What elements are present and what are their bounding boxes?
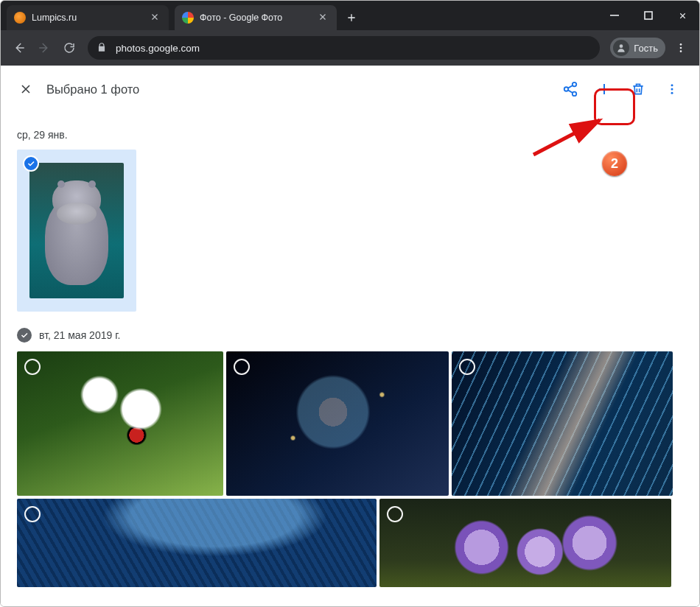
overflow-menu-button[interactable] xyxy=(655,72,689,106)
photo-thumbnail[interactable] xyxy=(17,351,223,496)
tab-title: Lumpics.ru xyxy=(32,13,144,23)
svg-point-11 xyxy=(671,92,673,94)
photo-thumbnail-selected[interactable] xyxy=(17,150,136,312)
select-day-check-icon[interactable] xyxy=(17,328,32,343)
nav-forward-button[interactable] xyxy=(32,35,57,60)
photo-thumbnail[interactable] xyxy=(379,499,671,587)
tab-google-photos[interactable]: Фото - Google Фото xyxy=(175,5,337,30)
svg-point-3 xyxy=(680,43,682,46)
svg-rect-0 xyxy=(610,15,619,16)
photo-grid-area: ср, 29 янв. вт, 21 мая 2019 г. xyxy=(1,129,699,587)
selection-actions xyxy=(553,72,689,106)
date-text: вт, 21 мая 2019 г. xyxy=(39,329,120,341)
svg-point-6 xyxy=(573,83,577,87)
reload-button[interactable] xyxy=(57,35,82,60)
browser-titlebar: Lumpics.ru Фото - Google Фото xyxy=(1,1,699,30)
photo-thumbnail[interactable] xyxy=(17,499,377,587)
minimize-button[interactable] xyxy=(598,1,631,30)
photo-row xyxy=(17,351,683,496)
address-bar[interactable]: photos.google.com xyxy=(88,36,600,60)
browser-tabs: Lumpics.ru Фото - Google Фото xyxy=(1,1,598,30)
window-frame: Lumpics.ru Фото - Google Фото xyxy=(0,0,700,607)
favicon-icon xyxy=(182,12,194,24)
svg-point-10 xyxy=(671,88,673,91)
address-text: photos.google.com xyxy=(116,43,200,54)
svg-rect-1 xyxy=(645,12,652,19)
window-controls xyxy=(598,1,699,30)
close-window-button[interactable] xyxy=(665,1,699,30)
profile-chip[interactable]: Гость xyxy=(610,38,665,58)
photo-image xyxy=(29,163,124,298)
selection-title: Выбрано 1 фото xyxy=(46,83,553,97)
svg-point-2 xyxy=(620,44,623,48)
delete-button[interactable] xyxy=(621,72,655,106)
maximize-button[interactable] xyxy=(631,1,665,30)
page-content: Выбрано 1 фото ср, 29 янв. xyxy=(1,66,699,607)
profile-label: Гость xyxy=(634,43,658,54)
lock-icon xyxy=(97,42,108,54)
select-ring-icon[interactable] xyxy=(387,506,403,522)
share-button[interactable] xyxy=(553,72,587,106)
svg-point-5 xyxy=(680,50,682,52)
tab-title: Фото - Google Фото xyxy=(200,13,312,23)
select-ring-icon[interactable] xyxy=(24,506,41,522)
photo-row xyxy=(17,499,683,587)
select-ring-icon[interactable] xyxy=(24,359,41,375)
new-tab-button[interactable] xyxy=(341,7,362,28)
selection-header: Выбрано 1 фото xyxy=(1,66,699,113)
selected-check-icon[interactable] xyxy=(23,155,39,172)
close-icon[interactable] xyxy=(150,12,161,24)
close-icon[interactable] xyxy=(318,12,329,24)
photo-thumbnail[interactable] xyxy=(452,351,673,496)
date-heading[interactable]: вт, 21 мая 2019 г. xyxy=(17,328,683,343)
favicon-icon xyxy=(14,12,26,24)
tab-lumpics[interactable]: Lumpics.ru xyxy=(7,5,169,30)
date-heading[interactable]: ср, 29 янв. xyxy=(17,129,683,141)
photo-thumbnail[interactable] xyxy=(226,351,449,496)
avatar-icon xyxy=(613,40,629,56)
nav-back-button[interactable] xyxy=(7,35,32,60)
select-ring-icon[interactable] xyxy=(234,359,250,375)
svg-point-4 xyxy=(680,47,682,49)
svg-point-9 xyxy=(671,84,673,86)
clear-selection-button[interactable] xyxy=(11,74,41,104)
select-ring-icon[interactable] xyxy=(459,359,475,375)
svg-point-8 xyxy=(573,92,577,97)
svg-point-7 xyxy=(564,87,569,91)
browser-menu-button[interactable] xyxy=(668,35,693,60)
add-to-button[interactable] xyxy=(587,72,621,106)
browser-toolbar: photos.google.com Гость xyxy=(1,30,699,66)
